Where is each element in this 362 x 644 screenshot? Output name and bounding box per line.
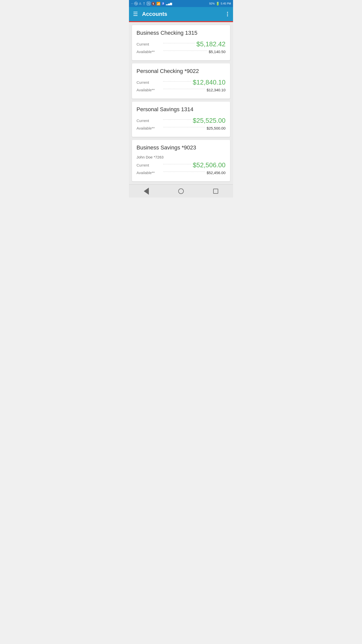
account-card-3[interactable]: Personal Savings 1314 Current $25,525.00…: [132, 102, 230, 137]
sync-icon: ♿: [161, 2, 165, 5]
more-options-button[interactable]: [226, 11, 229, 17]
menu-icon[interactable]: ☰: [133, 11, 138, 17]
available-balance-row-3: Available** $25,500.00: [137, 126, 225, 130]
available-balance-row-4: Available** $52,456.00: [137, 171, 225, 175]
accounts-list: Business Checking 1315 Current $5,182.42…: [129, 22, 233, 184]
current-amount-2: $12,840.10: [193, 78, 225, 86]
status-bar-right: 92% 🔋 5:45 PM: [209, 2, 231, 6]
available-label-4: Available**: [137, 171, 162, 175]
available-balance-row-2: Available** $12,340.10: [137, 88, 225, 92]
account-card-2[interactable]: Personal Checking *9022 Current $12,840.…: [132, 63, 230, 99]
available-amount-1: $5,140.50: [209, 50, 225, 54]
available-label-3: Available**: [137, 126, 162, 130]
account-name-4: Business Savings *9023: [137, 144, 225, 151]
current-label-1: Current: [137, 42, 162, 46]
current-label-4: Current: [137, 163, 162, 167]
account-name-2: Personal Checking *9022: [137, 68, 225, 74]
status-bar-left: ··· % ⚠ ⭡ N 🔇 📶 ♿ ▂▄▆: [131, 2, 172, 6]
mute-icon: 🔇: [151, 2, 155, 6]
account-name-3: Personal Savings 1314: [137, 106, 225, 113]
current-balance-row-3: Current $25,525.00: [137, 117, 225, 125]
current-balance-row-2: Current $12,840.10: [137, 78, 225, 86]
available-amount-4: $52,456.00: [207, 171, 225, 175]
dots-current-4: [163, 164, 191, 164]
dots-available-4: [163, 172, 205, 172]
status-bar: ··· % ⚠ ⭡ N 🔇 📶 ♿ ▂▄▆ 92% 🔋 5:45 PM: [129, 0, 233, 7]
available-label-1: Available**: [137, 50, 162, 54]
dots-available-1: [163, 51, 207, 51]
current-label-3: Current: [137, 118, 162, 123]
dots-available-2: [163, 89, 205, 89]
back-icon: [144, 188, 149, 195]
account-card-1[interactable]: Business Checking 1315 Current $5,182.42…: [132, 25, 230, 60]
time-display: 5:45 PM: [221, 2, 231, 5]
back-button[interactable]: [139, 186, 154, 197]
current-balance-row-4: Current $52,506.00: [137, 161, 225, 169]
more-dot-2: [227, 14, 228, 15]
recents-icon: [213, 189, 218, 194]
more-dot-1: [227, 12, 228, 13]
signal-icon: ▂▄▆: [166, 2, 172, 5]
account-name-1: Business Checking 1315: [137, 30, 225, 36]
account-sub-4: John Doe *7263: [137, 155, 225, 159]
bottom-nav: [129, 184, 233, 197]
available-balance-row-1: Available** $5,140.50: [137, 50, 225, 54]
home-icon: [178, 188, 184, 194]
percent-icon: %: [134, 2, 138, 5]
current-balance-row-1: Current $5,182.42: [137, 40, 225, 48]
page-title: Accounts: [142, 11, 226, 17]
current-amount-3: $25,525.00: [193, 117, 225, 125]
dots-available-3: [163, 127, 205, 127]
battery-icon: 🔋: [216, 2, 220, 6]
nfc-icon: N: [147, 2, 150, 5]
account-card-4[interactable]: Business Savings *9023 John Doe *7263 Cu…: [132, 140, 230, 181]
battery-percentage: 92%: [209, 2, 215, 5]
available-label-2: Available**: [137, 88, 162, 92]
app-bar: ☰ Accounts: [129, 7, 233, 21]
available-amount-2: $12,340.10: [207, 88, 225, 92]
current-amount-4: $52,506.00: [193, 161, 225, 169]
notification-icon: ···: [131, 2, 133, 5]
current-amount-1: $5,182.42: [196, 40, 225, 48]
dots-current-1: [163, 43, 195, 43]
warning-icon: ⚠: [139, 2, 142, 5]
available-amount-3: $25,500.00: [207, 126, 225, 130]
dots-current-2: [163, 81, 191, 82]
bluetooth-icon: ⭡: [143, 2, 146, 6]
more-dot-3: [227, 15, 228, 16]
home-button[interactable]: [173, 186, 189, 197]
recents-button[interactable]: [208, 186, 223, 197]
wifi-icon: 📶: [156, 2, 160, 6]
dots-current-3: [163, 119, 191, 120]
current-label-2: Current: [137, 80, 162, 85]
